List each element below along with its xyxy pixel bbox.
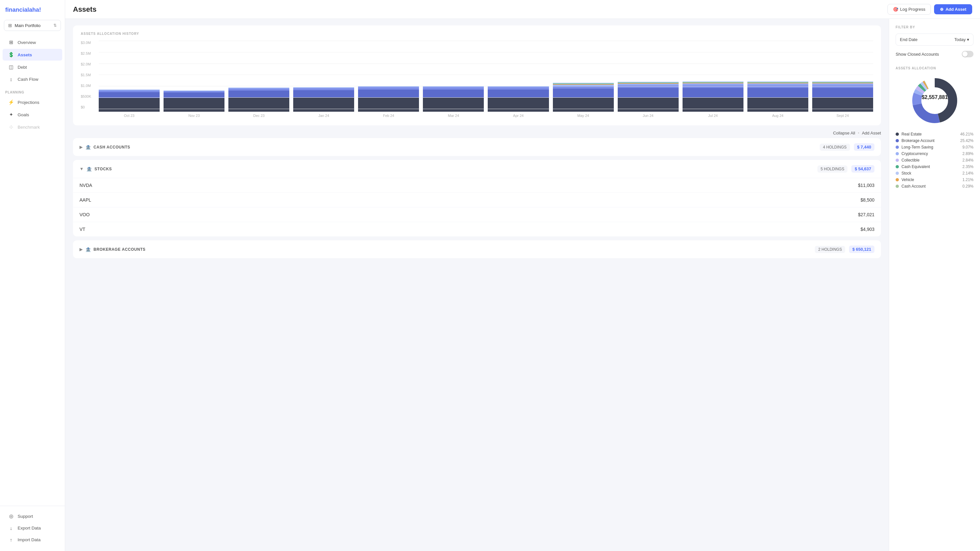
bar-stack <box>99 46 160 112</box>
legend-pct: 1.21% <box>963 178 974 182</box>
log-icon: 🎯 <box>893 7 898 12</box>
bar-group: Jan 24 <box>293 46 354 118</box>
bar-group: Sept 24 <box>812 46 873 118</box>
legend-name: Stock <box>902 171 960 176</box>
debt-icon: ◫ <box>8 64 14 70</box>
show-closed-filter[interactable]: Show Closed Accounts <box>896 48 974 60</box>
legend: Real Estate 46.21% Brokerage Account 25.… <box>896 132 974 189</box>
allocation-title: ASSETS ALLOCATION <box>896 67 974 70</box>
end-date-filter[interactable]: End Date Today ▾ <box>896 33 974 46</box>
category-icon: 🏦 <box>85 247 91 252</box>
bar-segment <box>812 98 873 112</box>
collapse-all-button[interactable]: Collapse All <box>833 130 855 135</box>
category-name: STOCKS <box>94 167 818 171</box>
right-panel: FILTER BY End Date Today ▾ Show Closed A… <box>889 19 980 551</box>
nav-label-assets: Assets <box>18 52 32 57</box>
stock-value: $4,903 <box>861 227 875 232</box>
end-date-value[interactable]: Today ▾ <box>954 37 969 42</box>
cashflow-icon: ↕ <box>8 76 14 82</box>
legend-item: Long-Term Saving 9.07% <box>896 145 974 149</box>
main-area: Assets 🎯 Log Progress ⊕ Add Asset ASSETS… <box>65 0 980 551</box>
bar-group: Nov 23 <box>164 46 224 118</box>
planning-section-label: PLANNING <box>0 85 65 96</box>
category-header-brokerage[interactable]: ▶ 🏦 BROKERAGE ACCOUNTS 2 HOLDINGS $ 650,… <box>73 240 881 258</box>
stock-row[interactable]: AAPL $8,500 <box>73 192 881 207</box>
bar-segment <box>682 85 743 88</box>
sidebar-item-export[interactable]: ↓ Export Data <box>3 522 62 534</box>
category-toggle: ▶ <box>80 247 83 252</box>
donut-chart: $2,557,881 <box>896 75 974 127</box>
bar-segment <box>812 85 873 88</box>
nav-label-cashflow: Cash Flow <box>18 77 38 82</box>
bar-group: Feb 24 <box>358 46 419 118</box>
toolbar-dot: • <box>858 130 859 135</box>
donut-svg: $2,557,881 <box>908 75 961 127</box>
category-header-stocks[interactable]: ▼ 🏦 STOCKS 5 HOLDINGS $ 54,637 <box>73 160 881 178</box>
portfolio-name: Main Portfolio <box>15 23 51 28</box>
export-icon: ↓ <box>8 525 14 531</box>
legend-pct: 25.42% <box>960 138 974 143</box>
legend-pct: 2.35% <box>963 164 974 169</box>
add-asset-link[interactable]: Add Asset <box>862 130 881 135</box>
bar-segment <box>488 87 549 90</box>
bar-segment <box>358 98 419 112</box>
bar-segment <box>618 85 679 88</box>
bar-label: Dec 23 <box>253 114 264 118</box>
y-label: $2.0M <box>81 62 97 66</box>
asset-category-stocks: ▼ 🏦 STOCKS 5 HOLDINGS $ 54,637 NVDA $11,… <box>73 160 881 237</box>
stock-row[interactable]: VT $4,903 <box>73 222 881 237</box>
sidebar-item-support[interactable]: ◎ Support <box>3 510 62 522</box>
logo: financialaha! <box>0 5 65 20</box>
bar-segment <box>682 98 743 112</box>
sidebar-item-goals[interactable]: ✦ Goals <box>3 109 62 121</box>
category-value: $ 650,121 <box>849 246 875 253</box>
donut-total-label: $2,557,881 <box>921 94 947 100</box>
stock-row[interactable]: VOO $27,021 <box>73 207 881 222</box>
bar-stack <box>812 46 873 112</box>
bar-segment <box>228 91 289 98</box>
chart-container: $3.0M $2.5M $2.0M $1.5M $1.0M $500K $0 O… <box>81 41 873 119</box>
y-label: $1.0M <box>81 84 97 87</box>
bar-segment <box>164 98 224 112</box>
portfolio-icon: ⊞ <box>8 23 12 28</box>
sidebar-item-import[interactable]: ↑ Import Data <box>3 534 62 545</box>
bar-label: Jun 24 <box>643 114 654 118</box>
category-value: $ 54,637 <box>851 165 875 173</box>
bar-segment <box>748 88 808 98</box>
show-closed-toggle[interactable] <box>962 51 974 57</box>
bar-segment <box>228 98 289 112</box>
category-toggle: ▼ <box>80 167 84 171</box>
bar-group: Apr 24 <box>488 46 549 118</box>
bar-group: Oct 23 <box>99 46 160 118</box>
nav-label-import: Import Data <box>18 537 41 542</box>
nav-label-projections: Projections <box>18 100 40 105</box>
sidebar-item-overview[interactable]: ⊞ Overview <box>3 37 62 48</box>
log-progress-button[interactable]: 🎯 Log Progress <box>888 4 931 15</box>
stock-row[interactable]: NVDA $11,003 <box>73 178 881 192</box>
bar-group: May 24 <box>553 46 614 118</box>
bar-group: Jul 24 <box>682 46 743 118</box>
legend-name: Cash Account <box>902 184 960 189</box>
bar-segment <box>618 88 679 98</box>
sidebar-item-debt[interactable]: ◫ Debt <box>3 61 62 73</box>
add-asset-button[interactable]: ⊕ Add Asset <box>934 4 972 14</box>
overview-icon: ⊞ <box>8 40 14 45</box>
legend-pct: 2.89% <box>963 151 974 156</box>
category-holdings: 2 HOLDINGS <box>815 246 845 253</box>
bar-label: Nov 23 <box>188 114 200 118</box>
stock-name: NVDA <box>80 183 858 188</box>
legend-dot <box>896 165 899 168</box>
bar-stack <box>228 46 289 112</box>
sidebar-item-projections[interactable]: ⚡ Projections <box>3 96 62 108</box>
chevron-down-icon: ▾ <box>967 37 969 42</box>
bar-stack <box>748 46 808 112</box>
legend-name: Vehicle <box>902 178 960 182</box>
legend-pct: 0.29% <box>963 184 974 189</box>
portfolio-selector[interactable]: ⊞ Main Portfolio ⇅ <box>4 20 61 31</box>
category-name: CASH ACCOUNTS <box>94 145 820 149</box>
category-header-cash[interactable]: ▶ 🏦 CASH ACCOUNTS 4 HOLDINGS $ 7,440 <box>73 138 881 156</box>
sidebar-item-cashflow[interactable]: ↕ Cash Flow <box>3 74 62 85</box>
bar-group: Mar 24 <box>423 46 484 118</box>
sidebar-item-assets[interactable]: 💲 Assets <box>3 49 62 60</box>
y-label: $0 <box>81 105 97 109</box>
